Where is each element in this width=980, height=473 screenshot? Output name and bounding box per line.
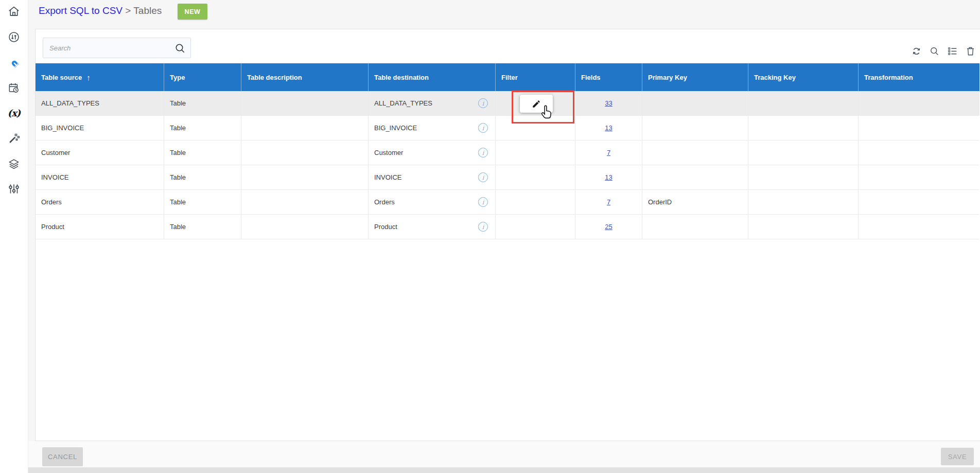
cell-filter bbox=[496, 165, 575, 189]
table-row[interactable]: INVOICE Table INVOICE i 13 bbox=[36, 165, 979, 190]
tables-table: Table source ↑ Type Table description Ta… bbox=[36, 63, 979, 239]
cell-primary-key bbox=[642, 215, 748, 239]
left-sidebar: (x) bbox=[0, 0, 28, 473]
home-icon bbox=[7, 5, 21, 18]
col-header-tracking-key[interactable]: Tracking Key bbox=[748, 63, 859, 91]
cell-source: INVOICE bbox=[36, 165, 164, 189]
tune-icon bbox=[7, 182, 21, 196]
cell-transformation bbox=[859, 165, 979, 189]
delete-button[interactable] bbox=[965, 45, 976, 57]
breadcrumb-current: Tables bbox=[133, 5, 162, 16]
table-row[interactable]: BIG_INVOICE Table BIG_INVOICE i 13 bbox=[36, 116, 979, 141]
sidebar-item-settings[interactable] bbox=[7, 182, 21, 196]
fields-count-link[interactable]: 7 bbox=[607, 198, 610, 206]
search-icon[interactable] bbox=[174, 42, 186, 55]
cell-description bbox=[241, 190, 369, 214]
cell-type: Table bbox=[164, 190, 241, 214]
col-header-transformation[interactable]: Transformation bbox=[859, 63, 979, 91]
cell-description bbox=[241, 215, 369, 239]
col-header-fields[interactable]: Fields bbox=[575, 63, 642, 91]
breadcrumb-separator: > bbox=[125, 5, 131, 16]
cell-tracking-key bbox=[748, 165, 859, 189]
cell-transformation bbox=[859, 91, 979, 115]
table-row[interactable]: Orders Table Orders i 7 OrderID bbox=[36, 190, 979, 215]
sidebar-item-sync[interactable] bbox=[7, 30, 21, 44]
sidebar-item-layers[interactable] bbox=[7, 157, 21, 171]
schedule-icon bbox=[7, 81, 21, 95]
col-header-table-description[interactable]: Table description bbox=[241, 63, 369, 91]
filter-edit-button[interactable] bbox=[520, 95, 553, 113]
cell-tracking-key bbox=[748, 141, 859, 165]
table-row[interactable]: Customer Table Customer i 7 bbox=[36, 141, 979, 165]
sidebar-item-schedule[interactable] bbox=[7, 81, 21, 95]
cell-description bbox=[241, 141, 369, 165]
layers-icon bbox=[7, 157, 21, 171]
info-icon[interactable]: i bbox=[478, 172, 488, 182]
col-header-primary-key[interactable]: Primary Key bbox=[642, 63, 748, 91]
cell-transformation bbox=[859, 190, 979, 214]
cell-destination: INVOICE i bbox=[369, 165, 496, 189]
cell-primary-key bbox=[642, 91, 748, 115]
info-icon[interactable]: i bbox=[478, 222, 488, 232]
fields-count-link[interactable]: 13 bbox=[605, 173, 612, 181]
pencil-icon bbox=[532, 99, 541, 109]
cell-destination: Customer i bbox=[369, 141, 496, 165]
cell-tracking-key bbox=[748, 116, 859, 140]
cancel-button[interactable]: CANCEL bbox=[42, 447, 83, 466]
search-icon bbox=[929, 46, 940, 57]
sort-asc-icon[interactable]: ↑ bbox=[86, 73, 91, 82]
cell-description bbox=[241, 165, 369, 189]
bottom-edge-strip bbox=[28, 467, 980, 473]
fields-count-link[interactable]: 13 bbox=[605, 124, 612, 132]
cell-destination: Product i bbox=[369, 215, 496, 239]
cell-source: Orders bbox=[36, 190, 164, 214]
cell-description bbox=[241, 91, 369, 115]
cell-destination: ALL_DATA_TYPES i bbox=[369, 91, 496, 115]
wand-icon bbox=[7, 132, 21, 145]
cell-type: Table bbox=[164, 215, 241, 239]
sidebar-item-home[interactable] bbox=[7, 4, 21, 19]
search-toggle-button[interactable] bbox=[929, 45, 940, 57]
footer-bar: CANCEL SAVE bbox=[28, 441, 980, 467]
sidebar-item-functions[interactable]: (x) bbox=[7, 106, 21, 120]
cell-filter bbox=[496, 215, 575, 239]
sidebar-item-connect-active[interactable] bbox=[7, 56, 21, 70]
cell-destination: Orders i bbox=[369, 190, 496, 214]
col-header-table-source[interactable]: Table source ↑ bbox=[36, 63, 164, 91]
table-row[interactable]: ALL_DATA_TYPES Table ALL_DATA_TYPES i 33 bbox=[36, 91, 979, 116]
col-header-filter[interactable]: Filter bbox=[496, 63, 575, 91]
info-icon[interactable]: i bbox=[478, 123, 488, 133]
cell-type: Table bbox=[164, 165, 241, 189]
cell-fields: 13 bbox=[575, 165, 642, 189]
info-icon[interactable]: i bbox=[478, 98, 488, 108]
info-icon[interactable]: i bbox=[478, 148, 488, 157]
table-header-row: Table source ↑ Type Table description Ta… bbox=[36, 63, 979, 91]
cell-description bbox=[241, 116, 369, 140]
cell-primary-key: OrderID bbox=[642, 190, 748, 214]
table-row[interactable]: Product Table Product i 25 bbox=[36, 215, 979, 239]
refresh-button[interactable] bbox=[911, 45, 922, 57]
cell-type: Table bbox=[164, 116, 241, 140]
search-input[interactable] bbox=[49, 38, 168, 58]
fields-count-link[interactable]: 7 bbox=[607, 149, 610, 156]
search-box bbox=[43, 38, 191, 58]
col-header-type[interactable]: Type bbox=[164, 63, 241, 91]
column-list-button[interactable] bbox=[947, 45, 958, 57]
save-button[interactable]: SAVE bbox=[941, 448, 974, 465]
cell-destination: BIG_INVOICE i bbox=[369, 116, 496, 140]
cell-tracking-key bbox=[748, 190, 859, 214]
breadcrumb-link-export[interactable]: Export SQL to CSV bbox=[39, 5, 122, 16]
col-header-table-destination[interactable]: Table destination bbox=[369, 63, 496, 91]
cell-transformation bbox=[859, 215, 979, 239]
trash-icon bbox=[965, 46, 976, 57]
fields-count-link[interactable]: 33 bbox=[605, 99, 612, 107]
cell-primary-key bbox=[642, 116, 748, 140]
cell-transformation bbox=[859, 141, 979, 165]
info-icon[interactable]: i bbox=[478, 197, 488, 207]
cell-filter bbox=[496, 141, 575, 165]
fields-count-link[interactable]: 25 bbox=[605, 223, 612, 231]
new-button[interactable]: NEW bbox=[178, 4, 207, 20]
cell-source: ALL_DATA_TYPES bbox=[36, 91, 164, 115]
sidebar-item-wizard[interactable] bbox=[7, 131, 21, 146]
magnet-icon bbox=[7, 56, 21, 69]
